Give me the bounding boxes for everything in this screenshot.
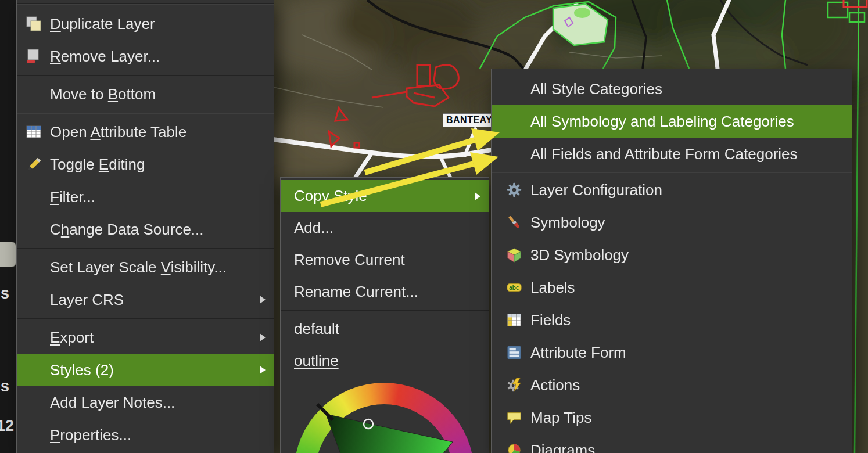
menu-item-attribute-form[interactable]: Attribute Form: [492, 336, 852, 369]
partial-layer-text: s: [1, 378, 9, 396]
menu-item-labels[interactable]: abc Labels: [492, 271, 852, 304]
menu-separator: [17, 246, 274, 251]
menu-separator: [17, 110, 274, 116]
menu-item-diagrams[interactable]: Diagrams: [492, 434, 852, 453]
menu-item-all-style-categories[interactable]: All Style Categories: [492, 73, 852, 105]
menu-item-actions[interactable]: Actions: [492, 369, 852, 401]
menu-separator: [17, 0, 274, 8]
svg-text:abc: abc: [509, 285, 519, 291]
layer-configuration-icon: [504, 180, 524, 200]
menu-item-3d-symbology[interactable]: 3D Symbology: [492, 239, 852, 271]
partial-layer-text: 12: [0, 417, 14, 435]
diagrams-icon: [504, 440, 524, 453]
menu-item-properties[interactable]: Properties...: [17, 419, 274, 451]
actions-icon: [504, 375, 524, 395]
color-wheel-triangle[interactable]: [281, 178, 489, 453]
pencil-icon: [23, 154, 45, 174]
menu-item-styles[interactable]: Styles (2): [17, 354, 274, 386]
remove-layer-icon: [23, 46, 45, 66]
cube-3d-icon: [504, 245, 524, 265]
styles-submenu: Copy Style Add... Remove Current Rename …: [280, 177, 489, 453]
partial-layer-text: s: [1, 285, 9, 303]
menu-item-filter[interactable]: Filter...: [17, 181, 274, 213]
map-tips-icon: [504, 408, 524, 427]
symbology-icon: [504, 213, 524, 232]
menu-separator: [17, 316, 274, 321]
style-categories-submenu: All Style Categories All Symbology and L…: [491, 69, 852, 453]
menu-item-export[interactable]: Export: [17, 321, 274, 354]
menu-item-all-fields-attribute-form-categories[interactable]: All Fields and Attribute Form Categories: [492, 138, 852, 170]
duplicate-layer-icon: [23, 14, 45, 34]
menu-item-all-symbology-labeling-categories[interactable]: All Symbology and Labeling Categories: [492, 105, 852, 138]
attribute-table-icon: [23, 122, 45, 142]
submenu-arrow-icon: [260, 296, 266, 304]
partial-panel-icon: [0, 242, 16, 267]
menu-item-remove-layer[interactable]: Remove Layer...: [17, 40, 274, 73]
menu-item-set-layer-scale-visibility[interactable]: Set Layer Scale Visibility...: [17, 251, 274, 283]
menu-item-open-attribute-table[interactable]: Open Attribute Table: [17, 116, 274, 148]
menu-item-duplicate-layer[interactable]: Duplicate Layer: [17, 8, 274, 40]
attribute-form-icon: [504, 343, 524, 362]
menu-item-change-data-source[interactable]: Change Data Source...: [17, 213, 274, 246]
submenu-arrow-icon: [260, 366, 266, 374]
menu-item-move-to-bottom[interactable]: Move to Bottom: [17, 78, 274, 110]
labels-icon: abc: [504, 278, 524, 297]
submenu-arrow-icon: [260, 333, 266, 341]
menu-item-add-layer-notes[interactable]: Add Layer Notes...: [17, 386, 274, 419]
fields-icon: [504, 310, 524, 330]
layer-context-menu: Duplicate Layer Remove Layer... Move to …: [16, 0, 274, 453]
menu-item-symbology[interactable]: Symbology: [492, 206, 852, 239]
menu-item-toggle-editing[interactable]: Toggle Editing: [17, 148, 274, 181]
menu-item-map-tips[interactable]: Map Tips: [492, 401, 852, 434]
layers-panel-edge: s s 12: [0, 0, 16, 453]
menu-separator: [17, 73, 274, 78]
qgis-screenshot: BANTEAY s s 12 Duplicate Layer: [0, 0, 868, 453]
menu-item-fields[interactable]: Fields: [492, 304, 852, 336]
menu-item-layer-crs[interactable]: Layer CRS: [17, 283, 274, 316]
menu-item-layer-configuration[interactable]: Layer Configuration: [492, 174, 852, 206]
map-town-label: BANTEAY: [443, 113, 496, 127]
